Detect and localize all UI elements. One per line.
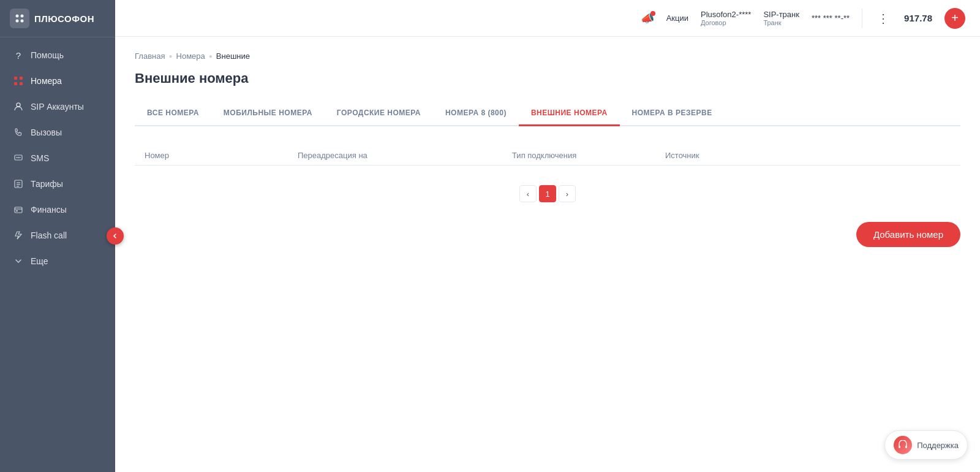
- page-1-button[interactable]: 1: [539, 185, 556, 202]
- col-connection-type: Тип подключения: [512, 151, 665, 160]
- trunk-label: Транк: [763, 19, 781, 26]
- support-label: Поддержка: [917, 441, 959, 450]
- sidebar-label-more: Еще: [31, 256, 48, 266]
- support-icon: [894, 436, 912, 454]
- page-title: Внешние номера: [135, 70, 960, 86]
- logo-icon: [10, 9, 29, 28]
- svg-rect-19: [16, 210, 18, 211]
- tab-800[interactable]: НОМЕРА 8 (800): [433, 101, 519, 126]
- svg-point-8: [17, 103, 20, 107]
- col-redirect: Переадресация на: [298, 151, 512, 160]
- svg-point-2: [16, 20, 19, 23]
- svg-rect-4: [14, 77, 17, 80]
- sidebar-label-numbers: Номера: [31, 76, 62, 86]
- svg-point-0: [16, 15, 19, 18]
- sidebar-item-flashcall[interactable]: Flash call: [2, 223, 113, 248]
- page-next-button[interactable]: ›: [559, 185, 576, 202]
- sidebar-label-sip: SIP Аккаунты: [31, 102, 84, 112]
- breadcrumb: Главная ● Номера ● Внешние: [135, 51, 960, 61]
- tab-all[interactable]: ВСЕ НОМЕРА: [135, 101, 211, 126]
- sidebar-item-sip[interactable]: SIP Аккаунты: [2, 94, 113, 119]
- tabs: ВСЕ НОМЕРА МОБИЛЬНЫЕ НОМЕРА ГОРОДСКИЕ НО…: [135, 101, 960, 126]
- contract-label: Договор: [701, 19, 726, 26]
- tab-external[interactable]: ВНЕШНИЕ НОМЕРА: [519, 101, 620, 126]
- sidebar-label-tariffs: Тарифы: [31, 179, 63, 189]
- help-icon: ?: [12, 49, 24, 61]
- svg-rect-5: [20, 77, 23, 80]
- trunk-value: SIP-транк: [763, 10, 799, 19]
- promo-badge: [650, 11, 655, 16]
- table-header: Номер Переадресация на Тип подключения И…: [135, 146, 960, 166]
- tab-reserve[interactable]: НОМЕРА В РЕЗЕРВЕ: [620, 101, 725, 126]
- breadcrumb-current: Внешние: [216, 51, 250, 61]
- sidebar-item-more[interactable]: Еще: [2, 249, 113, 273]
- sidebar-navigation: ? Помощь Номера SIP Аккаунты: [0, 37, 115, 472]
- topbar-divider: [862, 9, 862, 28]
- promo-section[interactable]: 📣: [641, 12, 654, 25]
- svg-point-1: [21, 15, 24, 18]
- sip-icon: [12, 101, 24, 113]
- svg-rect-17: [15, 207, 22, 213]
- sidebar-collapse-button[interactable]: [107, 227, 124, 245]
- svg-rect-7: [20, 82, 23, 85]
- sidebar-item-finance[interactable]: Финансы: [2, 197, 113, 222]
- topbar: 📣 Акции Plusofon2-**** Договор SIP-транк…: [115, 0, 980, 37]
- flashcall-icon: [12, 229, 24, 242]
- sms-icon: [12, 152, 24, 164]
- sidebar-item-calls[interactable]: Вызовы: [2, 120, 113, 145]
- phone-value: *** *** **-**: [812, 13, 850, 23]
- more-icon: [12, 255, 24, 267]
- logo-text: ПЛЮСОФОН: [34, 13, 94, 24]
- sidebar-item-sms[interactable]: SMS: [2, 146, 113, 170]
- tab-city[interactable]: ГОРОДСКИЕ НОМЕРА: [325, 101, 433, 126]
- finance-icon: [12, 204, 24, 216]
- col-number: Номер: [145, 151, 298, 160]
- contract-value: Plusofon2-****: [701, 10, 751, 19]
- sidebar-label-flashcall: Flash call: [31, 230, 67, 240]
- svg-point-10: [17, 157, 18, 158]
- contract-section[interactable]: Plusofon2-**** Договор: [701, 10, 751, 26]
- numbers-icon: [12, 75, 24, 87]
- sidebar-item-help[interactable]: ? Помощь: [2, 43, 113, 67]
- page-content: Главная ● Номера ● Внешние Внешние номер…: [115, 37, 980, 472]
- add-funds-button[interactable]: +: [944, 8, 965, 29]
- calls-icon: [12, 126, 24, 139]
- main-content: 📣 Акции Plusofon2-**** Договор SIP-транк…: [115, 0, 980, 472]
- svg-point-3: [21, 20, 24, 23]
- svg-rect-6: [14, 82, 17, 85]
- trunk-section[interactable]: SIP-транк Транк: [763, 10, 799, 26]
- balance-value: 917.78: [904, 13, 932, 23]
- sidebar-label-calls: Вызовы: [31, 128, 62, 137]
- breadcrumb-sep-2: ●: [209, 53, 213, 59]
- breadcrumb-sep-1: ●: [168, 53, 172, 59]
- sidebar-label-finance: Финансы: [31, 205, 67, 215]
- page-prev-button[interactable]: ‹: [519, 185, 537, 202]
- sidebar-item-tariffs[interactable]: Тарифы: [2, 172, 113, 196]
- sidebar-logo[interactable]: ПЛЮСОФОН: [0, 0, 115, 37]
- more-options-button[interactable]: ⋮: [875, 9, 892, 28]
- support-button[interactable]: Поддержка: [884, 430, 968, 460]
- breadcrumb-numbers[interactable]: Номера: [176, 51, 205, 61]
- action-area: Добавить номер: [135, 212, 960, 247]
- pagination: ‹ 1 ›: [135, 185, 960, 202]
- sidebar-item-numbers[interactable]: Номера: [2, 69, 113, 93]
- col-source: Источник: [665, 151, 951, 160]
- sidebar-label-help: Помощь: [31, 50, 64, 60]
- sidebar: ПЛЮСОФОН ? Помощь Номера: [0, 0, 115, 472]
- sidebar-label-sms: SMS: [31, 153, 49, 163]
- promo-icon: 📣: [641, 12, 654, 25]
- tariffs-icon: [12, 178, 24, 190]
- breadcrumb-home[interactable]: Главная: [135, 51, 165, 61]
- svg-point-12: [20, 157, 21, 158]
- svg-point-11: [18, 157, 19, 158]
- tab-mobile[interactable]: МОБИЛЬНЫЕ НОМЕРА: [211, 101, 325, 126]
- phone-section[interactable]: *** *** **-**: [812, 13, 850, 23]
- svg-rect-21: [905, 446, 907, 448]
- promo-label[interactable]: Акции: [666, 13, 688, 23]
- svg-rect-20: [899, 446, 900, 448]
- add-number-button[interactable]: Добавить номер: [856, 222, 960, 247]
